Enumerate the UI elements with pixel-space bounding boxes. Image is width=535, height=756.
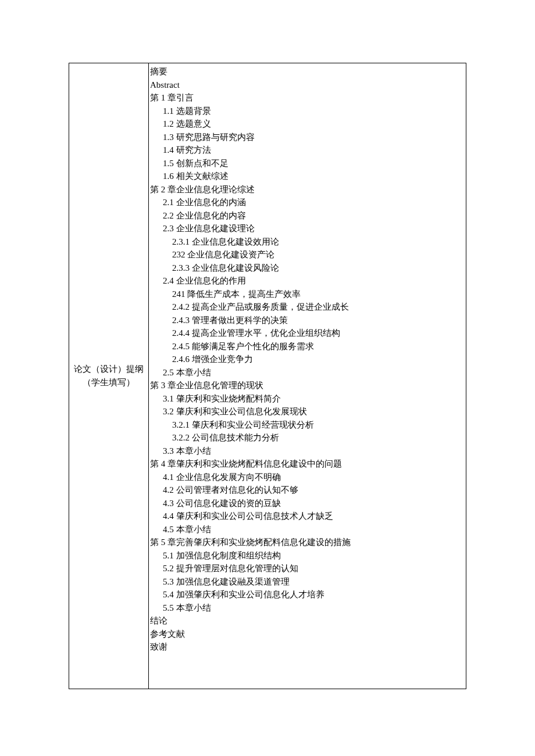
outline-entry: 5.2 提升管理层对信息化管理的认知 [150,562,465,575]
outline-entry: 3.2.1 肇庆利和实业公司经营现状分析 [150,418,465,432]
label-line-2: （学生填写） [69,376,148,389]
outline-entry: 3.2.2 公司信息技术能力分析 [150,431,465,445]
outline-entry: 3.3 本章小结 [150,445,465,458]
outline-entry: 2.4 企业信息化的作用 [150,274,465,288]
outline-entry: 5.3 加强信息化建设融及渠道管理 [150,575,465,589]
outline-entry: 2.3.1 企业信息化建设效用论 [150,235,465,249]
outline-list: 摘要Abstract第 1 章引言1.1 选题背景1.2 选题意义1.3 研究思… [150,65,465,654]
outline-entry: 第 4 章肇庆利和实业烧烤配料信息化建设中的问题 [150,457,465,471]
outline-entry: 4.1 企业信息化发展方向不明确 [150,471,465,484]
row-label-cell: 论文（设计）提纲 （学生填写） [69,63,149,689]
outline-entry: 1.1 选题背景 [150,105,465,118]
outline-entry: 参考文献 [150,628,465,641]
outline-entry: 5.5 本章小结 [150,601,465,615]
outline-entry: 2.4.3 管理者做出更科学的决策 [150,314,465,327]
outline-entry: 摘要 [150,65,465,78]
outline-entry: 2.4.2 提高企业产品或服务质量，促进企业成长 [150,300,465,314]
outline-entry: 1.6 相关文献综述 [150,170,465,183]
outline-entry: 第 3 章企业信息化管理的现状 [150,379,465,392]
outline-entry: 1.2 选题意义 [150,117,465,131]
outline-entry: 1.5 创新点和不足 [150,157,465,170]
outline-entry: 2.3 企业信息化建设理论 [150,222,465,235]
outline-entry: 结论 [150,614,465,628]
outline-entry: 第 2 章企业信息化理论综述 [150,183,465,196]
outline-entry: 2.4.6 增强企业竞争力 [150,353,465,366]
outline-entry: 第 1 章引言 [150,91,465,105]
outline-entry: 2.2 企业信息化的内容 [150,209,465,223]
outline-entry: 1.3 研究思路与研究内容 [150,131,465,144]
outline-entry: 2.4.5 能够满足客户个性化的服务需求 [150,340,465,353]
outline-entry: 2.3.3 企业信息化建设风险论 [150,261,465,275]
outline-entry: 2.5 本章小结 [150,366,465,379]
outline-entry: 5.1 加强信息化制度和组织结构 [150,549,465,562]
outline-entry: 2.1 企业信息化的内涵 [150,196,465,209]
outline-entry: 241 降低生产成本，提高生产效率 [150,288,465,301]
outline-table: 论文（设计）提纲 （学生填写） 摘要Abstract第 1 章引言1.1 选题背… [69,63,466,689]
outline-entry: 2.4.4 提高企业管理水平，优化企业组织结构 [150,327,465,340]
outline-entry: 4.4 肇庆利和实业公司公司信息技术人才缺乏 [150,510,465,523]
outline-content-cell: 摘要Abstract第 1 章引言1.1 选题背景1.2 选题意义1.3 研究思… [149,63,466,689]
outline-entry: 4.5 本章小结 [150,523,465,536]
outline-entry: 4.3 公司信息化建设的资的豆缺 [150,497,465,510]
outline-entry: 4.2 公司管理者对信息化的认知不够 [150,483,465,497]
outline-entry: 5.4 加强肇庆利和实业公司信息化人才培养 [150,588,465,601]
outline-entry: 第 5 章完善肇庆利和实业烧烤配料信息化建设的措施 [150,536,465,549]
outline-entry: 致谢 [150,640,465,654]
outline-entry: 1.4 研究方法 [150,144,465,157]
outline-entry: Abstract [150,78,465,92]
outline-entry: 3.2 肇庆利和实业公司信息化发展现状 [150,405,465,418]
table-row: 论文（设计）提纲 （学生填写） 摘要Abstract第 1 章引言1.1 选题背… [69,63,466,689]
label-line-1: 论文（设计）提纲 [69,363,148,376]
outline-entry: 3.1 肇庆利和实业烧烤配料简介 [150,392,465,406]
outline-entry: 232 企业信息化建设资产论 [150,248,465,261]
